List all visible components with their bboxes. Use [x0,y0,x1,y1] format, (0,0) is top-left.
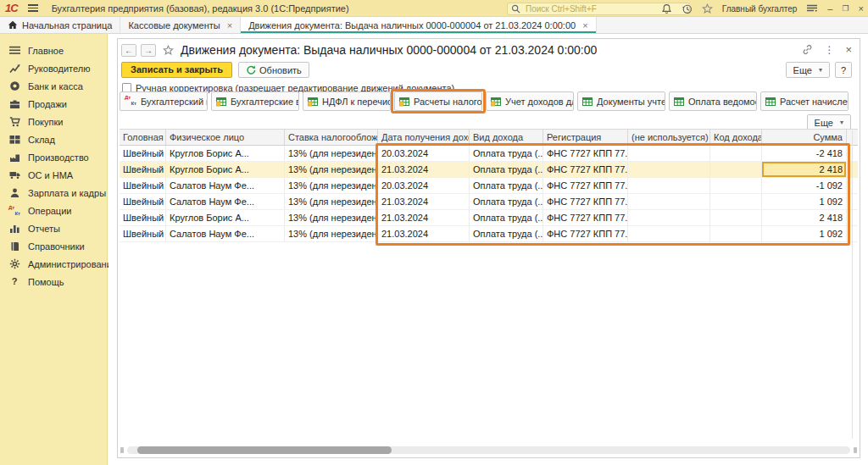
window-tab-home[interactable]: Начальная страница [0,17,120,33]
table-cell[interactable] [628,162,710,177]
table-row[interactable]: Швейный поселок...Салатов Наум Фе...13% … [120,178,858,194]
form-tab-buhgalterskie-vz[interactable]: Бухгалтерские вз... [211,91,299,111]
table-header-cell[interactable]: Вид дохода [470,130,543,145]
table-cell[interactable]: -2 418 [762,146,847,161]
table-row[interactable]: Швейный поселок...Салатов Наум Фе...13% … [120,194,858,210]
table-cell[interactable]: 20.03.2024 [378,178,470,193]
sidebar-item-pomosch[interactable]: ?Помощь [0,273,107,291]
h-scroll-thumb[interactable] [137,446,392,454]
user-name[interactable]: Главный бухгалтер [722,4,798,14]
forward-button[interactable]: → [141,44,156,57]
table-row[interactable]: Швейный поселок...Салатов Наум Фе...13% … [120,226,858,242]
form-tab-oplata-vedomost[interactable]: Оплата ведомост... [669,91,757,111]
sidebar-item-glavnoe[interactable]: Главное [0,42,107,59]
favorites-icon[interactable] [702,3,713,14]
sidebar-item-prodazhi[interactable]: Продажи [0,95,107,113]
tab-close-icon[interactable]: × [227,20,232,30]
table-cell[interactable]: Швейный поселок... [120,178,166,193]
sidebar-item-otchety[interactable]: Отчеты [0,219,107,237]
menu-dots-icon[interactable]: ⋮ [824,45,834,55]
table-cell[interactable]: Круглов Борис А... [166,146,285,161]
table-cell[interactable]: Круглов Борис А... [166,162,285,177]
table-cell[interactable]: ФНС 7727 КПП 77... [543,194,628,209]
help-button[interactable]: ? [835,62,852,78]
table-cell[interactable]: Салатов Наум Фе... [166,194,285,209]
table-row[interactable]: Швейный поселок...Круглов Борис А...13% … [120,210,858,226]
table-header-cell[interactable]: Сумма [762,130,847,145]
table-cell[interactable]: ФНС 7727 КПП 77... [543,226,628,241]
table-header-cell[interactable]: Код дохода [710,130,762,145]
table-cell[interactable]: 1 092 [762,194,847,209]
table-cell[interactable] [628,178,710,193]
window-tab-dvizheniya-dokumenta[interactable]: Движения документа: Выдача наличных 0000… [241,17,596,33]
table-cell[interactable]: 21.03.2024 [378,162,470,177]
table-cell[interactable]: 13% (для нерезидента ... [285,226,378,241]
form-tab-raschet-nachisleni[interactable]: Расчет начислени... [760,91,849,111]
table-cell[interactable]: Оплата труда (... [470,162,543,177]
table-row[interactable]: Швейный поселок...Круглов Борис А...13% … [120,146,858,162]
main-menu-icon[interactable] [28,4,38,12]
table-cell[interactable] [710,178,762,193]
table-cell[interactable] [628,194,710,209]
table-cell[interactable]: 21.03.2024 [378,226,470,241]
table-cell[interactable] [710,146,762,161]
table-cell[interactable] [628,226,710,241]
form-close-icon[interactable]: × [845,45,852,55]
table-cell[interactable]: 13% (для нерезидента ... [285,210,378,225]
table-cell[interactable]: Оплата труда (... [470,226,543,241]
window-close-button[interactable]: × [859,0,864,17]
table-header-cell[interactable]: Физическое лицо [166,130,285,145]
sidebar-item-rukovoditelyu[interactable]: Руководителю [0,59,107,77]
table-cell[interactable]: 13% (для нерезидента ... [285,162,378,177]
more-button[interactable]: Еще [786,62,830,78]
table-cell[interactable]: Швейный поселок... [120,194,166,209]
maximize-button[interactable]: ❐ [842,0,849,17]
table-header-cell[interactable]: (не используется) ... [628,130,710,145]
table-cell[interactable]: ФНС 7727 КПП 77... [543,146,628,161]
form-tab-buhgalterskiy-i-n[interactable]: ДтКтБухгалтерский и н... [120,91,208,111]
table-cell[interactable]: Швейный поселок... [120,146,166,161]
sidebar-item-spravochniki[interactable]: Справочники [0,237,107,255]
table-cell[interactable]: 2 418 [762,210,847,225]
table-cell[interactable]: ФНС 7727 КПП 77... [543,210,628,225]
table-cell[interactable]: Салатов Наум Фе... [166,226,285,241]
table-cell[interactable]: 13% (для нерезидента ... [285,146,378,161]
table-cell[interactable]: 20.03.2024 [378,146,470,161]
h-scroll-right-arrow[interactable] [854,447,857,453]
window-tab-kassovye-dokumenty[interactable]: Кассовые документы× [120,17,241,33]
link-icon[interactable] [802,44,813,55]
table-cell[interactable] [710,162,762,177]
tab-close-icon[interactable]: × [582,20,587,30]
table-cell[interactable]: -1 092 [762,178,847,193]
sidebar-item-os-i-nma[interactable]: ОС и НМА [0,166,107,184]
table-cell[interactable]: Швейный поселок... [120,210,166,225]
form-tab-raschety-nalogopl[interactable]: Расчеты налогопл... [394,91,482,111]
table-cell[interactable]: Оплата труда (... [470,210,543,225]
sidebar-item-zarplata-i-kadry[interactable]: Зарплата и кадры [0,184,107,202]
back-button[interactable]: ← [121,44,136,57]
notifications-icon[interactable] [661,3,672,14]
form-tab-uchet-dohodov-dlya[interactable]: Учет доходов для... [486,91,574,111]
form-tab-dokumenty-uchten[interactable]: Документы учтен... [577,91,665,111]
h-scrollbar[interactable] [120,446,857,455]
table-row[interactable]: Швейный поселок...Круглов Борис А...13% … [120,162,858,178]
table-cell[interactable]: Оплата труда (... [470,194,543,209]
h-scroll-left-arrow[interactable] [120,447,124,453]
table-cell[interactable]: Оплата труда (... [470,146,543,161]
table-cell[interactable]: 21.03.2024 [378,194,470,209]
table-cell[interactable]: 1 092 [762,226,847,241]
refresh-button[interactable]: Обновить [238,62,309,78]
table-cell[interactable]: 13% (для нерезидента ... [285,194,378,209]
table-cell[interactable]: Швейный поселок... [120,162,166,177]
table-header-cell[interactable]: Головная организ... [120,130,166,145]
table-header-cell[interactable]: Регистрация [543,130,628,145]
table-cell[interactable] [710,194,762,209]
table-cell[interactable]: 2 418 [762,162,847,177]
table-header-cell[interactable]: Дата получения дохода [378,130,470,145]
h-scroll-track[interactable] [127,446,850,454]
favorite-star-icon[interactable] [163,45,174,56]
table-cell[interactable]: Салатов Наум Фе... [166,178,285,193]
table-cell[interactable] [710,210,762,225]
minimize-button[interactable]: – [827,0,832,17]
table-cell[interactable]: Швейный поселок... [120,226,166,241]
